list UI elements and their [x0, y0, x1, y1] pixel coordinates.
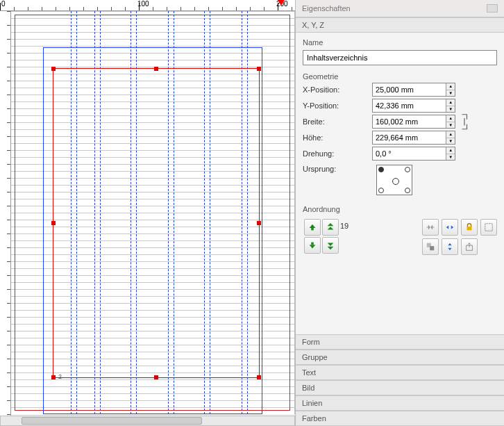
name-field[interactable]: [303, 50, 497, 65]
w-down[interactable]: ▼: [446, 122, 455, 129]
y-position-field[interactable]: ▲▼: [372, 99, 455, 113]
gruppe-section[interactable]: Gruppe: [296, 350, 504, 365]
linien-section[interactable]: Linien: [296, 395, 504, 411]
bounding-box-button[interactable]: [480, 219, 497, 236]
resize-handle-l[interactable]: [51, 221, 56, 225]
ruler-tick-0: 0: [1, 0, 6, 8]
resize-handle-br[interactable]: [257, 375, 261, 379]
width-field[interactable]: ▲▼: [372, 115, 455, 129]
origin-center[interactable]: [392, 178, 399, 185]
width-input[interactable]: [373, 115, 446, 128]
bild-section[interactable]: Bild: [296, 380, 504, 395]
x-position-label: X-Position:: [303, 85, 372, 94]
svg-rect-3: [485, 224, 493, 231]
y-down[interactable]: ▼: [446, 106, 455, 113]
farben-section[interactable]: Farben: [296, 411, 504, 426]
height-field[interactable]: ▲▼: [372, 131, 455, 145]
resize-handle-b[interactable]: [154, 375, 158, 379]
form-section[interactable]: Form: [296, 334, 504, 350]
properties-header[interactable]: Eigenschaften: [296, 0, 504, 17]
y-position-label: Y-Position:: [303, 101, 372, 110]
horizontal-scrollbar[interactable]: [0, 416, 295, 426]
level-up-button[interactable]: [304, 219, 321, 236]
origin-tl[interactable]: [378, 167, 384, 172]
properties-title: Eigenschaften: [302, 4, 351, 13]
name-label: Name: [303, 38, 497, 47]
x-position-input[interactable]: [373, 83, 446, 96]
ruler-vertical: [0, 11, 11, 426]
document-canvas[interactable]: 2: [11, 11, 295, 414]
rot-down[interactable]: ▼: [446, 154, 455, 161]
page-number: 2: [58, 373, 62, 380]
rotation-label: Drehung:: [303, 149, 372, 158]
y-position-input[interactable]: [373, 99, 446, 112]
ruler-tick-100: 100: [137, 0, 149, 8]
origin-bl[interactable]: [378, 188, 384, 193]
link-wh-icon[interactable]: [460, 115, 469, 128]
x-position-field[interactable]: ▲▼: [372, 83, 455, 97]
arrangement-label: Anordnung: [303, 205, 497, 213]
level-bottom-button[interactable]: [322, 237, 339, 254]
ruler-horizontal: 0 100 200 300: [0, 0, 295, 11]
y-up[interactable]: ▲: [446, 99, 455, 106]
flip-vertical-button[interactable]: [442, 238, 458, 255]
ruler-cursor-marker: [278, 0, 285, 6]
x-up[interactable]: ▲: [446, 83, 455, 90]
resize-handle-tl[interactable]: [51, 67, 56, 71]
origin-selector[interactable]: [376, 165, 412, 195]
level-value: 19: [340, 222, 348, 230]
height-label: Höhe:: [303, 133, 372, 142]
origin-tr[interactable]: [405, 167, 410, 172]
svg-rect-1: [311, 243, 314, 245]
lock-button[interactable]: [461, 219, 478, 236]
svg-rect-5: [430, 246, 434, 250]
rot-up[interactable]: ▲: [446, 147, 455, 154]
rotation-field[interactable]: ▲▼: [372, 147, 455, 161]
horizontal-scroll-thumb[interactable]: [22, 417, 202, 425]
flip-horizontal-button[interactable]: [422, 219, 439, 236]
xyz-section-header[interactable]: X, Y, Z: [296, 17, 504, 33]
group-button[interactable]: [422, 238, 439, 255]
height-input[interactable]: [373, 131, 446, 144]
origin-label: Ursprung:: [303, 165, 372, 173]
svg-rect-2: [467, 227, 472, 230]
width-label: Breite:: [303, 117, 372, 126]
text-section[interactable]: Text: [296, 365, 504, 380]
properties-panel: Eigenschaften X, Y, Z Name Geometrie X-P…: [295, 0, 504, 426]
h-up[interactable]: ▲: [446, 131, 455, 138]
level-down-button[interactable]: [304, 237, 321, 254]
resize-handle-r[interactable]: [257, 221, 261, 225]
origin-br[interactable]: [405, 188, 410, 193]
resize-handle-bl[interactable]: [51, 375, 56, 379]
resize-handle-t[interactable]: [154, 67, 158, 71]
level-top-button[interactable]: [322, 219, 339, 236]
x-down[interactable]: ▼: [446, 90, 455, 97]
flip-horizontal-blue-button[interactable]: [442, 219, 458, 236]
collapse-panel-button[interactable]: [487, 4, 498, 13]
svg-rect-0: [311, 228, 314, 231]
selected-frame[interactable]: [53, 68, 260, 378]
resize-handle-tr[interactable]: [257, 67, 261, 71]
geometry-label: Geometrie: [303, 72, 497, 81]
h-down[interactable]: ▼: [446, 138, 455, 145]
w-up[interactable]: ▲: [446, 115, 455, 122]
export-button[interactable]: [461, 238, 478, 255]
rotation-input[interactable]: [373, 147, 446, 160]
